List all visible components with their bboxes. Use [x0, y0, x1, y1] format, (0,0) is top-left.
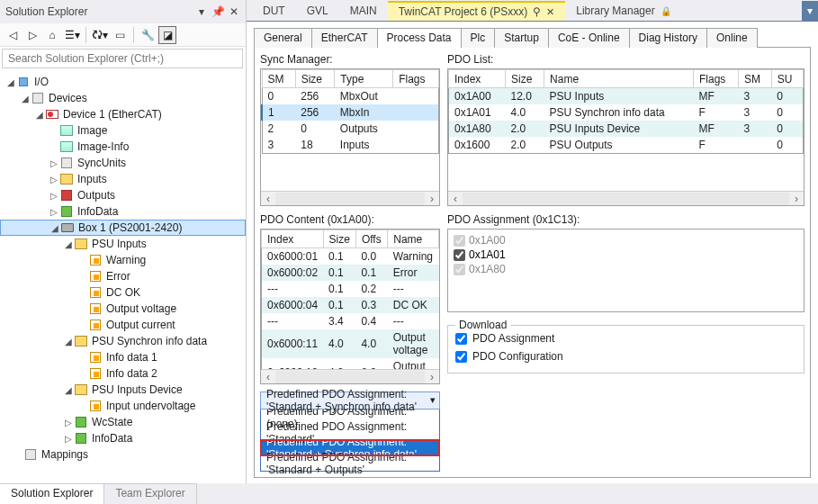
download-panel: Download PDO Assignment PDO Configuratio… [447, 320, 805, 472]
document-tabs: DUT GVL MAIN TwinCAT Project 6 (PSxxx)⚲✕… [247, 0, 818, 22]
pdo-content-table[interactable]: IndexSizeOffsNameTypeDefa 0x6000:010.10.… [261, 230, 439, 369]
download-pdo-config-check[interactable] [455, 351, 467, 363]
tree-outputs[interactable]: Outputs [76, 189, 115, 202]
table-row: 20Outputs [262, 121, 439, 137]
tree-box1[interactable]: Box 1 (PS2001-2420) [76, 221, 182, 234]
tree-uv[interactable]: Input undervoltage [104, 400, 195, 412]
twisty-icon[interactable]: ◢ [34, 110, 45, 120]
twisty-icon[interactable]: ▷ [49, 158, 59, 168]
download-pdo-config-label: PDO Configuration [472, 350, 563, 363]
tab-gvl[interactable]: GVL [296, 1, 339, 21]
show-all-icon[interactable]: ◪ [158, 26, 176, 44]
bottom-tab-team[interactable]: Team Explorer [104, 483, 196, 504]
tree-syncunits[interactable]: SyncUnits [76, 157, 126, 169]
tree-devices[interactable]: Devices [47, 92, 87, 104]
tree-info1[interactable]: Info data 1 [104, 351, 157, 364]
sync-manager-label: Sync Manager: [260, 53, 440, 66]
tab-main[interactable]: MAIN [339, 1, 388, 21]
twisty-icon[interactable]: ◢ [63, 239, 74, 249]
close-icon[interactable]: ✕ [228, 5, 240, 18]
folder-icon [75, 384, 87, 395]
collapse-icon[interactable]: ▭ [111, 26, 129, 44]
twisty-icon[interactable]: ◢ [63, 385, 74, 395]
bottom-tab-solution[interactable]: Solution Explorer [0, 483, 104, 504]
twisty-icon[interactable]: ◢ [20, 94, 31, 104]
twisty-icon[interactable]: ▷ [49, 207, 59, 217]
sync-icon[interactable]: ☰▾ [63, 26, 81, 44]
sub-tabs: General EtherCAT Process Data Plc Startu… [254, 27, 811, 47]
subtab-general[interactable]: General [254, 28, 312, 48]
tree-device1[interactable]: Device 1 (EtherCAT) [61, 108, 162, 121]
tree-inputs[interactable]: Inputs [76, 173, 107, 185]
subtab-online[interactable]: Online [706, 28, 758, 48]
tree-image-info[interactable]: Image-Info [76, 140, 129, 153]
tab-project[interactable]: TwinCAT Project 6 (PSxxx)⚲✕ [388, 1, 566, 21]
pdo-content-label: PDO Content (0x1A00): [260, 213, 440, 226]
tabs-dropdown-icon[interactable]: ▾ [802, 1, 818, 21]
subtab-process-data[interactable]: Process Data [377, 28, 462, 48]
twisty-icon[interactable]: ▷ [63, 434, 74, 444]
twisty-icon[interactable]: ◢ [63, 337, 74, 346]
table-row: 0x1A0012.0PSU InputsMF30 [449, 88, 804, 105]
back-icon[interactable]: ◁ [4, 26, 22, 44]
fwd-icon[interactable]: ▷ [23, 26, 41, 44]
variable-icon [90, 352, 101, 363]
pin-icon[interactable]: ⚲ [533, 5, 541, 18]
folder-icon [76, 417, 86, 428]
tree-psu-idev[interactable]: PSU Inputs Device [90, 383, 183, 396]
tree-outv[interactable]: Output voltage [104, 302, 176, 315]
twisty-icon[interactable]: ▷ [63, 418, 74, 428]
close-icon[interactable]: ✕ [546, 6, 554, 18]
properties-icon[interactable]: 🔧 [139, 26, 157, 44]
refresh-icon[interactable]: 🗘▾ [91, 26, 109, 44]
tree-info2[interactable]: Info data 2 [104, 367, 157, 380]
scrollbar[interactable]: ‹› [448, 191, 804, 205]
solution-tree[interactable]: ◢I/O ◢Devices ◢Device 1 (EtherCAT) Image… [0, 70, 246, 483]
pin-icon[interactable]: ▾ [195, 5, 208, 18]
mappings-icon [25, 449, 36, 460]
subtab-plc[interactable]: Plc [461, 28, 496, 48]
tab-libmgr[interactable]: Library Manager 🔒 [565, 1, 681, 21]
subtab-startup[interactable]: Startup [494, 28, 549, 48]
search-input[interactable] [2, 49, 243, 68]
download-pdo-assign-label: PDO Assignment [472, 332, 554, 345]
tree-infodata[interactable]: InfoData [76, 205, 118, 218]
tree-io[interactable]: I/O [32, 76, 49, 88]
twisty-icon[interactable]: ◢ [5, 77, 16, 87]
table-row: 0x6000:020.10.1ErrorBIT [262, 265, 440, 281]
sync-manager-table[interactable]: SMSizeTypeFlags 0256MbxOut 1256MbxIn 20O… [261, 69, 439, 154]
tree-psu-sync[interactable]: PSU Synchron info data [90, 335, 207, 347]
subtab-coe[interactable]: CoE - Online [548, 28, 630, 48]
tab-dut[interactable]: DUT [252, 1, 296, 21]
scrollbar[interactable]: ‹› [261, 191, 439, 205]
tree-psu-inputs[interactable]: PSU Inputs [90, 238, 147, 250]
twisty-icon[interactable]: ▷ [49, 175, 59, 184]
download-pdo-assign-check[interactable] [455, 333, 467, 345]
tree-infodata2[interactable]: InfoData [90, 432, 132, 445]
tree-warning[interactable]: Warning [104, 254, 146, 266]
pdo-list-panel: PDO List: IndexSizeNameFlagsSMSU 0x1A001… [447, 53, 805, 206]
image-icon [60, 125, 73, 136]
twisty-icon[interactable]: ◢ [49, 223, 60, 233]
tree-outc[interactable]: Output current [104, 319, 175, 331]
predefined-pdo-dropdown[interactable]: Predefined PDO Assignment: 'Standard + S… [260, 392, 440, 410]
tree-error[interactable]: Error [104, 270, 130, 283]
tree-dcok[interactable]: DC OK [104, 286, 140, 299]
pdo-assign-item: 0x1A01 [469, 248, 506, 261]
tree-mappings[interactable]: Mappings [40, 448, 88, 461]
pdo-content-panel: PDO Content (0x1A00): IndexSizeOffsNameT… [260, 213, 440, 472]
folder-icon [32, 93, 43, 104]
pdo-assign-check[interactable] [454, 249, 465, 261]
pdo-assign-item: 0x1A80 [469, 263, 506, 275]
subtab-ethercat[interactable]: EtherCAT [311, 28, 378, 48]
tree-wcstate[interactable]: WcState [90, 416, 132, 428]
subtab-diag[interactable]: Diag History [629, 28, 707, 48]
home-icon[interactable]: ⌂ [43, 26, 61, 44]
scrollbar[interactable]: ‹› [261, 369, 439, 383]
tree-image[interactable]: Image [76, 124, 107, 137]
twisty-icon[interactable]: ▷ [49, 191, 59, 201]
autohide-icon[interactable]: 📌 [211, 5, 224, 18]
pdo-list-table[interactable]: IndexSizeNameFlagsSMSU 0x1A0012.0PSU Inp… [448, 69, 804, 154]
folder-icon [19, 77, 28, 86]
dd-option-std-out[interactable]: Predefined PDO Assignment: 'Standard + O… [261, 455, 439, 471]
